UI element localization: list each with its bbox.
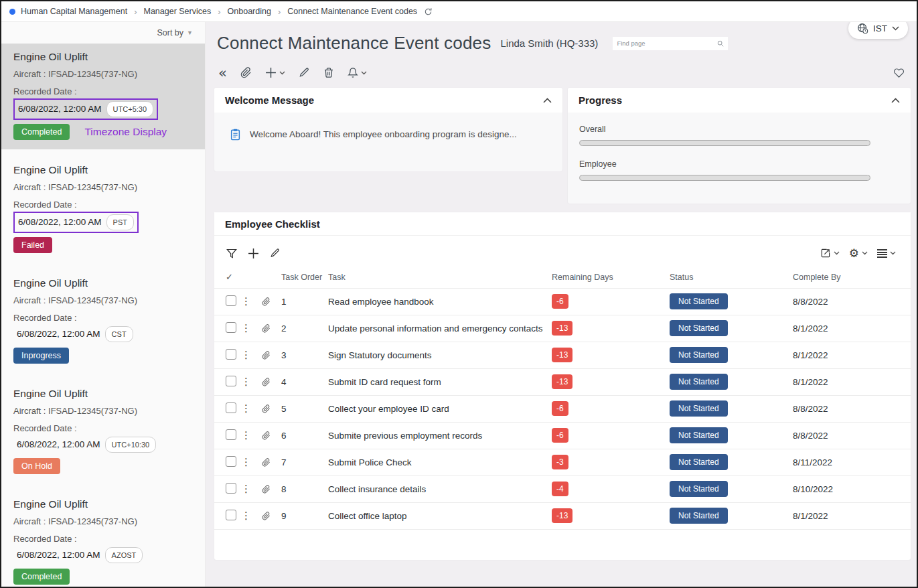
search-input[interactable] [617, 40, 717, 47]
table-row: ⋮ 3 Sign Statutory documents -13 Not Sta… [214, 342, 911, 368]
attachment-icon[interactable] [262, 485, 281, 494]
attachment-icon[interactable] [262, 458, 281, 467]
row-menu-icon[interactable]: ⋮ [241, 322, 251, 334]
remaining-days-badge: -6 [552, 401, 568, 416]
chevron-up-icon[interactable] [543, 98, 552, 103]
breadcrumb-item-onboarding[interactable]: Onboarding [228, 7, 271, 16]
task-name[interactable]: Submite previous employment records [328, 431, 482, 441]
page-title: Connect Maintenance Event codes [217, 33, 491, 54]
edit-task-button[interactable] [270, 248, 281, 259]
aircraft-line: Aircraft : IFSAD-12345(737-NG) [13, 294, 193, 307]
add-button[interactable] [265, 67, 285, 78]
breadcrumb-item-current[interactable]: Connect Maintenance Event codes [287, 7, 417, 16]
row-checkbox[interactable] [226, 349, 236, 360]
row-checkbox[interactable] [226, 456, 236, 467]
breadcrumb-separator: › [277, 7, 282, 17]
event-card[interactable]: Engine Oil Uplift Aircraft : IFSAD-12345… [1, 44, 205, 149]
attachment-icon[interactable] [262, 378, 281, 386]
progress-overall-label: Overall [579, 125, 870, 134]
task-name[interactable]: Collect insurance details [328, 484, 426, 494]
recorded-date-line: Recorded Date : 6/08/2022, 12:00 AM UTC+… [13, 85, 193, 120]
app-dot-icon [9, 9, 15, 15]
list-view-icon [877, 249, 887, 258]
view-options-button[interactable] [877, 249, 896, 258]
event-card[interactable]: Engine Oil Uplift Aircraft : IFSAD-12345… [1, 270, 205, 373]
row-checkbox[interactable] [226, 429, 236, 440]
event-card-title: Engine Oil Uplift [13, 277, 193, 289]
settings-button[interactable]: ⚙ [849, 248, 868, 259]
task-name[interactable]: Submit Police Check [328, 457, 412, 467]
filter-button[interactable] [226, 248, 237, 259]
edit-button[interactable] [299, 67, 310, 78]
delete-button[interactable] [323, 67, 334, 78]
search-icon[interactable] [717, 40, 724, 47]
page-user-label: Linda Smith (HQ-333) [500, 38, 598, 49]
row-menu-icon[interactable]: ⋮ [241, 295, 251, 307]
row-menu-icon[interactable]: ⋮ [241, 349, 251, 361]
recorded-date-value: 6/08/2022, 12:00 AM [17, 327, 100, 341]
attachment-icon[interactable] [262, 351, 281, 360]
attachment-icon[interactable] [262, 297, 281, 306]
breadcrumb-item-manager-services[interactable]: Manager Services [143, 7, 211, 16]
event-card[interactable]: Engine Oil Uplift Aircraft : IFSAD-12345… [1, 491, 205, 587]
row-checkbox[interactable] [226, 483, 236, 494]
complete-by-date: 8/8/2022 [793, 431, 828, 441]
timezone-display-box: 6/08/2022, 12:00 AM UTC+5:30 [13, 98, 158, 120]
row-checkbox[interactable] [226, 295, 236, 306]
row-checkbox[interactable] [226, 322, 236, 333]
task-order-value: 3 [281, 350, 287, 360]
notifications-button[interactable] [348, 67, 367, 78]
status-badge: Not Started [670, 427, 728, 443]
complete-by-date: 8/10/2022 [793, 484, 833, 494]
row-checkbox[interactable] [226, 402, 236, 413]
collapse-panel-button[interactable]: « [218, 68, 227, 78]
status-badge: Not Started [670, 481, 728, 497]
add-task-button[interactable] [248, 248, 259, 259]
col-header-task-order[interactable]: Task Order [281, 267, 328, 288]
row-menu-icon[interactable]: ⋮ [241, 483, 251, 495]
sort-by-caret-icon[interactable]: ▼ [187, 29, 193, 36]
chevron-up-icon[interactable] [891, 98, 900, 103]
recorded-date-line: Recorded Date : 6/08/2022, 12:00 AM AZOS… [13, 532, 193, 565]
status-badge: Not Started [670, 374, 728, 390]
attachment-icon[interactable] [262, 512, 281, 520]
row-menu-icon[interactable]: ⋮ [241, 510, 251, 522]
status-badge: Not Started [670, 347, 728, 363]
row-checkbox[interactable] [226, 510, 236, 520]
task-name[interactable]: Update personal information and emergenc… [328, 323, 542, 334]
refresh-icon[interactable] [424, 7, 433, 16]
attachment-button[interactable] [240, 67, 252, 78]
col-header-remaining-days[interactable]: Remaining Days [552, 267, 670, 288]
attachment-icon[interactable] [262, 324, 281, 333]
event-card[interactable]: Engine Oil Uplift Aircraft : IFSAD-12345… [1, 157, 205, 263]
task-name[interactable]: Collect office laptop [328, 511, 407, 521]
task-order-value: 6 [281, 431, 287, 441]
breadcrumb-item-hcm[interactable]: Human Capital Management [21, 7, 127, 16]
timezone-selector[interactable]: IST [848, 22, 908, 39]
task-name[interactable]: Read employee handbook [328, 297, 434, 307]
table-header-row: ✓ Task Order Task Remaining Days Status … [214, 267, 911, 288]
chevron-down-icon [279, 71, 285, 75]
row-menu-icon[interactable]: ⋮ [241, 456, 251, 468]
export-button[interactable] [820, 248, 840, 259]
welcome-message-text[interactable]: Welcome Aboard! This employee onboarding… [250, 129, 517, 139]
attachment-icon[interactable] [262, 405, 281, 413]
attachment-icon[interactable] [262, 431, 281, 440]
task-name[interactable]: Submit ID card request form [328, 377, 441, 387]
row-menu-icon[interactable]: ⋮ [241, 402, 251, 415]
col-header-task[interactable]: Task [328, 267, 552, 288]
progress-employee-label: Employee [579, 159, 870, 169]
row-checkbox[interactable] [226, 376, 236, 386]
row-menu-icon[interactable]: ⋮ [241, 429, 251, 441]
task-name[interactable]: Collect your employee ID card [328, 404, 449, 414]
event-card[interactable]: Engine Oil Uplift Aircraft : IFSAD-12345… [1, 380, 205, 484]
row-menu-icon[interactable]: ⋮ [241, 376, 251, 388]
task-name[interactable]: Sign Statutory documents [328, 350, 432, 360]
select-all-check-icon[interactable]: ✓ [226, 272, 233, 282]
table-row: ⋮ 1 Read employee handbook -6 Not Starte… [214, 288, 911, 315]
favorite-heart-icon[interactable] [893, 68, 905, 78]
col-header-status[interactable]: Status [670, 267, 793, 288]
event-list-sidebar: Sort by ▼ Engine Oil Uplift Aircraft : I… [1, 22, 206, 587]
col-header-complete-by[interactable]: Complete By [793, 267, 911, 288]
sort-by-label[interactable]: Sort by [157, 28, 183, 38]
